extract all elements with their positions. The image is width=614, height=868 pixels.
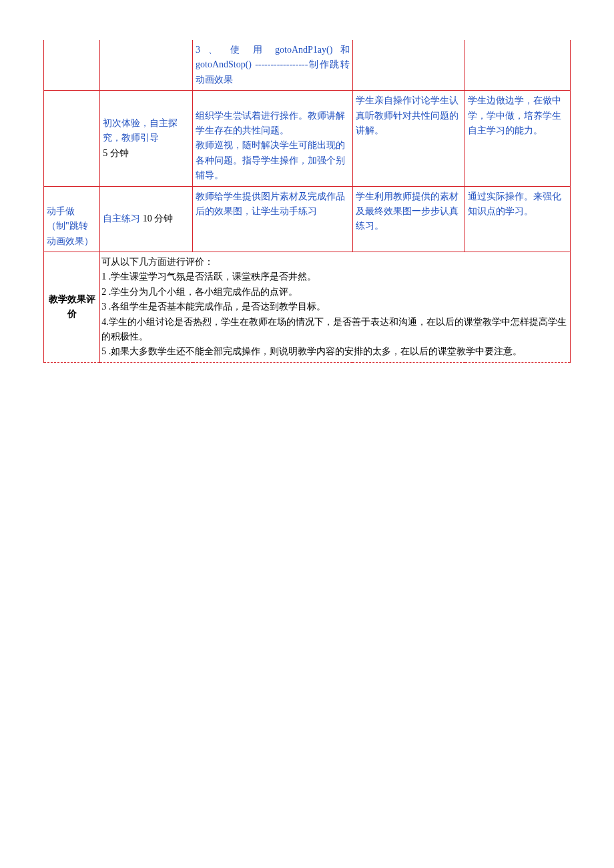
item-text: .学生课堂学习气氛是否活跃，课堂秩序是否井然。 (106, 272, 316, 282)
cell (465, 40, 571, 91)
eval-item: 4.学生的小组讨论是否热烈，学生在教师在场的情况下，是否善于表达和沟通，在以后的… (101, 315, 567, 345)
item-text: .各组学生是否基本能完成作品，是否达到教学目标。 (106, 302, 326, 312)
lesson-plan-table: 3 、 使 用 gotoAndP1ay() 和gotoAndStop() ---… (43, 40, 571, 363)
student-activity-text: 学生亲自操作讨论学生认真听教师针对共性问题的讲解。 (356, 95, 458, 135)
stage-title: 自主练习 (103, 213, 140, 224)
eval-item: 1 .学生课堂学习气氛是否活跃，课堂秩序是否井然。 (101, 270, 567, 284)
table-row: 动手做 （制"跳转动画效果） 自主练习 10 分钟 教师给学生提供图片素材及完成… (44, 186, 571, 252)
purpose-text: 学生边做边学，在做中学，学中做，培养学生自主学习的能力。 (468, 95, 561, 135)
eval-intro: 可从以下几方面进行评价： (101, 255, 567, 270)
cell-eval-header: 教学效果评价 (44, 252, 100, 363)
cell-student-activity: 学生亲自操作讨论学生认真听教师针对共性问题的讲解。 (352, 91, 465, 186)
eval-item: 5 .如果大多数学生还不能全部完成操作，则说明教学内容的安排的太多，在以后的课堂… (101, 344, 567, 359)
teacher-activity-text: 组织学生尝试着进行操作。教师讲解学生存在的共性问题。 教师巡视，随时解决学生可能… (196, 111, 345, 181)
cell (100, 40, 193, 91)
cell-teacher-activity: 组织学生尝试着进行操作。教师讲解学生存在的共性问题。 教师巡视，随时解决学生可能… (193, 91, 353, 186)
cell (44, 40, 100, 91)
stage-title: 初次体验，自主探究，教师引导 (103, 118, 178, 143)
cell-section-title: 动手做 （制"跳转动画效果） (44, 186, 100, 252)
cell (44, 91, 100, 186)
cell-eval-content: 可从以下几方面进行评价： 1 .学生课堂学习气氛是否活跃，课堂秩序是否井然。 2… (100, 252, 571, 363)
eval-item: 3 .各组学生是否基本能完成作品，是否达到教学目标。 (101, 300, 567, 314)
student-activity-text: 学生利用教师提供的素材及最终效果图一步步认真练习。 (356, 191, 458, 232)
cell-stage: 自主练习 10 分钟 (100, 186, 193, 252)
eval-header-text: 教学效果评价 (49, 294, 95, 319)
stage-duration: 10 分钟 (140, 213, 173, 224)
stage-duration: 5 分钟 (103, 148, 129, 158)
table-row: 教学效果评价 可从以下几方面进行评价： 1 .学生课堂学习气氛是否活跃，课堂秩序… (44, 252, 571, 363)
cell-teacher-activity: 教师给学生提供图片素材及完成作品后的效果图，让学生动手练习 (193, 186, 353, 252)
cell-purpose: 学生边做边学，在做中学，学中做，培养学生自主学习的能力。 (465, 91, 571, 186)
item-text: .学生分为几个小组，各小组完成作品的点评。 (106, 287, 298, 297)
cell (352, 40, 465, 91)
eval-item: 2 .学生分为几个小组，各小组完成作品的点评。 (101, 285, 567, 300)
table-row: 3 、 使 用 gotoAndP1ay() 和gotoAndStop() ---… (44, 40, 571, 91)
section-title-text: 动手做 （制"跳转动画效果） (47, 206, 93, 246)
cell-student-activity: 学生利用教师提供的素材及最终效果图一步步认真练习。 (352, 186, 465, 252)
cell-stage: 初次体验，自主探究，教师引导 5 分钟 (100, 91, 193, 186)
cell-code-content: 3 、 使 用 gotoAndP1ay() 和gotoAndStop() ---… (193, 40, 353, 91)
code-text: 3 、 使 用 gotoAndP1ay() 和gotoAndStop() ---… (196, 45, 350, 85)
item-text: .如果大多数学生还不能全部完成操作，则说明教学内容的安排的太多，在以后的课堂教学… (106, 346, 522, 356)
table-row: 初次体验，自主探究，教师引导 5 分钟 组织学生尝试着进行操作。教师讲解学生存在… (44, 91, 571, 186)
purpose-text: 通过实际操作。来强化知识点的学习。 (468, 191, 561, 216)
teacher-activity-text: 教师给学生提供图片素材及完成作品后的效果图，让学生动手练习 (196, 191, 345, 216)
cell-purpose: 通过实际操作。来强化知识点的学习。 (465, 186, 571, 252)
